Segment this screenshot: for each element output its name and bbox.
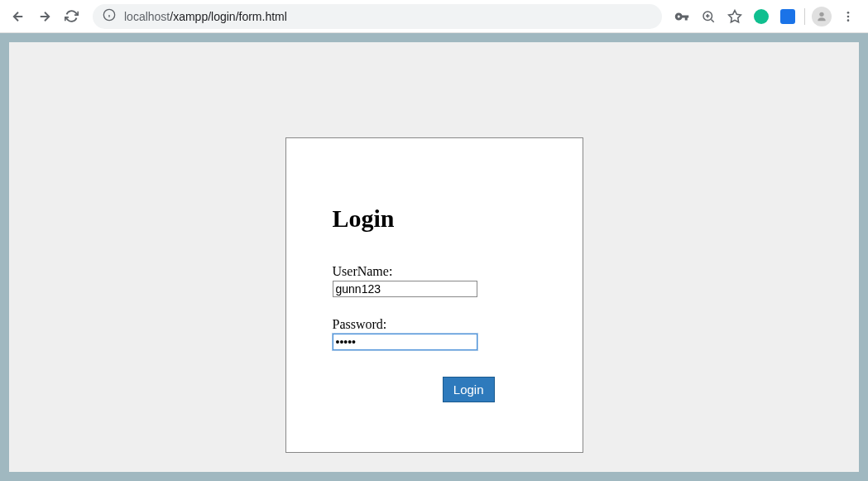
profile-avatar[interactable] (812, 7, 832, 26)
info-icon (103, 8, 116, 24)
browser-toolbar: localhost/xampp/login/form.html (0, 0, 868, 33)
svg-point-9 (847, 12, 850, 14)
url-text: localhost/xampp/login/form.html (124, 10, 287, 23)
divider (804, 8, 805, 25)
login-form-card: Login UserName: Password: Login (285, 137, 583, 453)
toolbar-right (672, 7, 861, 26)
svg-marker-7 (729, 10, 741, 22)
forward-button[interactable] (33, 5, 56, 28)
username-input[interactable] (333, 281, 477, 297)
viewport-border: Login UserName: Password: Login (0, 33, 868, 481)
key-icon[interactable] (672, 7, 692, 26)
svg-point-10 (847, 15, 850, 17)
password-label: Password: (333, 317, 536, 332)
svg-point-11 (847, 19, 850, 22)
username-group: UserName: (333, 264, 536, 297)
svg-point-8 (819, 12, 823, 16)
extension-grammarly-icon[interactable] (751, 7, 771, 26)
extension-blue-icon[interactable] (778, 7, 798, 26)
reload-button[interactable] (60, 5, 83, 28)
page-content: Login UserName: Password: Login (9, 42, 859, 472)
address-bar[interactable]: localhost/xampp/login/form.html (93, 4, 662, 29)
password-group: Password: (333, 317, 536, 350)
zoom-icon[interactable] (698, 7, 718, 26)
page-title: Login (333, 204, 536, 233)
username-label: UserName: (333, 264, 536, 279)
star-icon[interactable] (725, 7, 745, 26)
back-button[interactable] (7, 5, 30, 28)
password-input[interactable] (333, 334, 477, 350)
login-button[interactable]: Login (443, 377, 495, 402)
svg-line-4 (711, 19, 713, 22)
menu-button[interactable] (838, 7, 858, 26)
